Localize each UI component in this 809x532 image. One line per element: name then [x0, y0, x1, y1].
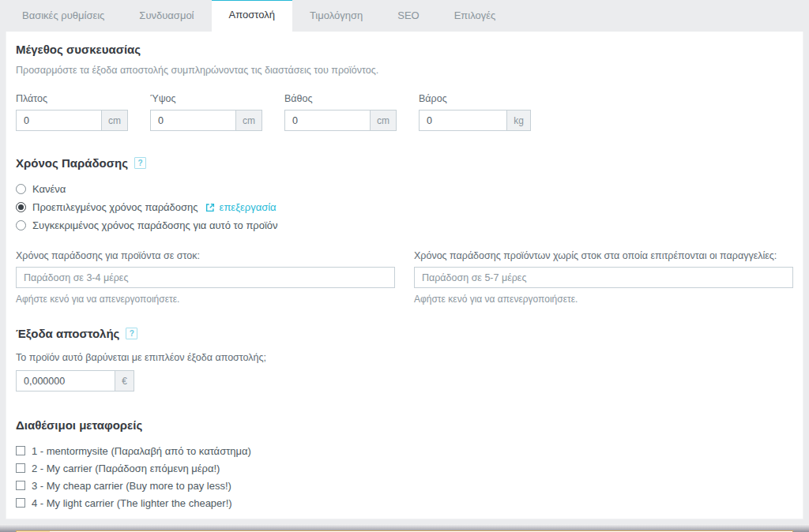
carrier-1-label: 1 - mentormysite (Παραλαβή από το κατάστ… — [32, 445, 251, 457]
depth-input[interactable] — [284, 110, 370, 131]
shipping-fees-title-text: Έξοδα αποστολής — [16, 327, 119, 340]
radio-default-delivery-label: Προεπιλεγμένος χρόνος παράδοσης — [32, 201, 198, 213]
product-tabs: Βασικές ρυθμίσεις Συνδυασμοί Αποστολή Τι… — [0, 0, 809, 32]
edit-delivery-link-label: επεξεργασία — [220, 201, 277, 213]
carrier-row-2[interactable]: 2 - My carrier (Παράδοση επόμενη μέρα!) — [16, 459, 793, 477]
weight-input[interactable] — [419, 110, 506, 131]
delivery-time-inputs: Χρόνος παράδοσης για προϊόντα σε στοκ: Α… — [16, 250, 793, 305]
delivery-time-options: Κανένα Προεπιλεγμένος χρόνος παράδοσης ε… — [16, 180, 793, 234]
depth-field: Βάθος cm — [284, 93, 397, 131]
tab-options[interactable]: Επιλογές — [437, 2, 514, 32]
depth-unit: cm — [370, 110, 397, 131]
delivery-time-title-text: Χρόνος Παράδοσης — [16, 156, 128, 170]
dimensions-row: Πλάτος cm Ύψος cm Βάθος cm Βάρος kg — [16, 93, 793, 131]
carrier-3-label: 3 - My cheap carrier (Buy more to pay le… — [32, 480, 231, 492]
delivery-time-help-icon[interactable]: ? — [134, 157, 146, 169]
carrier-4-label: 4 - My light carrier (The lighter the ch… — [32, 497, 232, 509]
radio-specific-delivery-label: Συγκεκριμένος χρόνος παράδοσης για αυτό … — [32, 219, 278, 231]
in-stock-input[interactable] — [16, 267, 395, 288]
delivery-time-title: Χρόνος Παράδοσης ? — [16, 156, 793, 170]
carrier-row-4[interactable]: 4 - My light carrier (The lighter the ch… — [16, 494, 793, 511]
carriers-title: Διαθέσιμοι μεταφορείς — [16, 418, 793, 432]
radio-specific-delivery-icon — [16, 220, 26, 230]
package-size-subtitle: Προσαρμόστε τα έξοδα αποστολής συμπληρών… — [16, 65, 793, 76]
tab-basic-settings[interactable]: Βασικές ρυθμίσεις — [5, 2, 122, 32]
height-field: Ύψος cm — [150, 93, 262, 131]
depth-label: Βάθος — [284, 93, 397, 104]
weight-label: Βάρος — [419, 93, 531, 104]
shipping-fees-label: Το προϊόν αυτό βαρύνεται με επιπλέον έξο… — [16, 352, 793, 363]
in-stock-label: Χρόνος παράδοσης για προϊόντα σε στοκ: — [16, 250, 395, 261]
shipping-fees-input[interactable] — [16, 370, 115, 392]
tab-combinations[interactable]: Συνδυασμοί — [122, 2, 211, 32]
out-of-stock-label: Χρόνος παράδοσης προϊόντων χωρίς στοκ στ… — [414, 250, 793, 261]
tab-pricing[interactable]: Τιμολόγηση — [292, 2, 380, 32]
carriers-list: 1 - mentormysite (Παραλαβή από το κατάστ… — [16, 442, 793, 511]
out-of-stock-input[interactable] — [414, 267, 793, 288]
carrier-row-3[interactable]: 3 - My cheap carrier (Buy more to pay le… — [16, 477, 793, 494]
shipping-fees-help-icon[interactable]: ? — [126, 328, 137, 339]
shipping-panel: Μέγεθος συσκευασίας Προσαρμόστε τα έξοδα… — [6, 32, 803, 519]
carrier-4-checkbox — [16, 498, 25, 508]
shipping-fees-title: Έξοδα αποστολής ? — [16, 327, 793, 340]
edit-delivery-link[interactable]: επεξεργασία — [205, 201, 277, 213]
carrier-3-checkbox — [16, 481, 25, 490]
out-of-stock-help: Αφήστε κενό για να απενεργοποιήσετε. — [414, 294, 793, 305]
carrier-row-1[interactable]: 1 - mentormysite (Παραλαβή από το κατάστ… — [16, 442, 793, 459]
radio-none-label: Κανένα — [32, 183, 66, 195]
package-size-title: Μέγεθος συσκευασίας — [16, 43, 793, 56]
width-input[interactable] — [16, 110, 101, 131]
in-stock-help: Αφήστε κενό για να απενεργοποιήσετε. — [16, 294, 395, 305]
height-label: Ύψος — [150, 93, 262, 104]
weight-field: Βάρος kg — [419, 93, 531, 131]
carrier-1-checkbox — [16, 446, 25, 455]
height-input[interactable] — [150, 110, 235, 131]
out-of-stock-col: Χρόνος παράδοσης προϊόντων χωρίς στοκ στ… — [414, 250, 793, 305]
shipping-fees-unit: € — [115, 370, 134, 392]
height-unit: cm — [235, 110, 262, 131]
tab-seo[interactable]: SEO — [380, 2, 436, 32]
width-label: Πλάτος — [16, 93, 128, 104]
width-unit: cm — [101, 110, 128, 131]
external-link-icon — [205, 202, 216, 213]
carrier-2-label: 2 - My carrier (Παράδοση επόμενη μέρα!) — [32, 463, 220, 474]
radio-specific-delivery[interactable]: Συγκεκριμένος χρόνος παράδοσης για αυτό … — [16, 216, 793, 234]
radio-none-icon — [16, 184, 26, 194]
width-field: Πλάτος cm — [16, 93, 128, 131]
carrier-2-checkbox — [16, 463, 25, 473]
shipping-fees-group: € — [16, 370, 134, 392]
radio-none[interactable]: Κανένα — [16, 180, 793, 198]
in-stock-col: Χρόνος παράδοσης για προϊόντα σε στοκ: Α… — [16, 250, 395, 305]
radio-default-delivery[interactable]: Προεπιλεγμένος χρόνος παράδοσης επεξεργα… — [16, 198, 793, 216]
weight-unit: kg — [506, 110, 531, 131]
radio-default-delivery-icon — [16, 202, 26, 212]
tab-shipping[interactable]: Αποστολή — [212, 0, 292, 32]
